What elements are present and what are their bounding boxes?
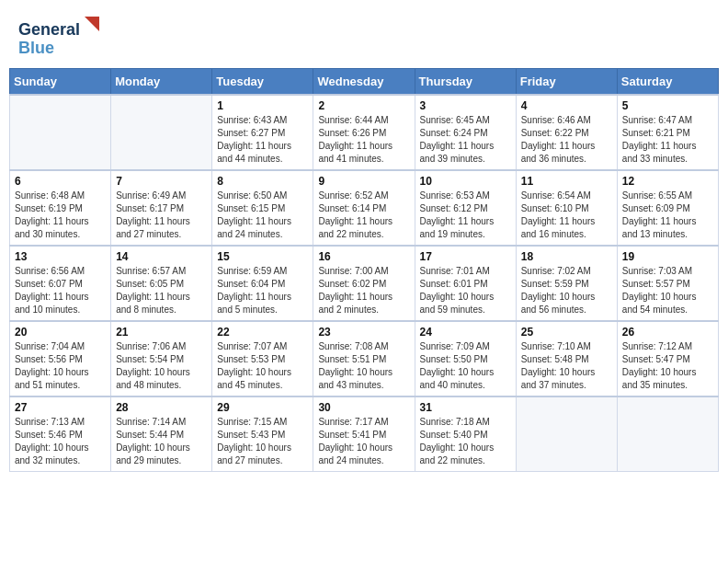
day-number: 17 bbox=[420, 250, 511, 263]
calendar-cell: 13Sunrise: 6:56 AM Sunset: 6:07 PM Dayli… bbox=[10, 246, 111, 321]
day-number: 8 bbox=[217, 175, 308, 188]
svg-text:General: General bbox=[18, 20, 80, 39]
day-detail: Sunrise: 7:14 AM Sunset: 5:44 PM Dayligh… bbox=[116, 416, 207, 467]
calendar-cell: 10Sunrise: 6:53 AM Sunset: 6:12 PM Dayli… bbox=[415, 170, 516, 246]
day-number: 20 bbox=[15, 326, 106, 339]
day-detail: Sunrise: 7:13 AM Sunset: 5:46 PM Dayligh… bbox=[15, 416, 106, 467]
day-detail: Sunrise: 7:07 AM Sunset: 5:53 PM Dayligh… bbox=[217, 340, 308, 392]
page-header: General Blue bbox=[0, 0, 728, 68]
day-number: 26 bbox=[622, 326, 713, 339]
day-detail: Sunrise: 6:44 AM Sunset: 6:26 PM Dayligh… bbox=[318, 114, 409, 166]
weekday-header-friday: Friday bbox=[516, 69, 617, 96]
day-number: 3 bbox=[420, 99, 511, 112]
day-number: 28 bbox=[116, 401, 207, 414]
calendar-body: 1Sunrise: 6:43 AM Sunset: 6:27 PM Daylig… bbox=[10, 95, 719, 472]
weekday-header-wednesday: Wednesday bbox=[313, 69, 415, 96]
weekday-header-monday: Monday bbox=[111, 69, 212, 96]
day-number: 13 bbox=[15, 250, 106, 263]
calendar-cell: 2Sunrise: 6:44 AM Sunset: 6:26 PM Daylig… bbox=[313, 95, 415, 170]
day-detail: Sunrise: 6:47 AM Sunset: 6:21 PM Dayligh… bbox=[622, 114, 713, 166]
calendar-cell: 25Sunrise: 7:10 AM Sunset: 5:48 PM Dayli… bbox=[516, 321, 617, 396]
calendar-cell: 30Sunrise: 7:17 AM Sunset: 5:41 PM Dayli… bbox=[313, 396, 415, 472]
day-detail: Sunrise: 7:04 AM Sunset: 5:56 PM Dayligh… bbox=[15, 340, 106, 392]
calendar-cell: 12Sunrise: 6:55 AM Sunset: 6:09 PM Dayli… bbox=[617, 170, 718, 246]
logo: General Blue bbox=[18, 15, 101, 61]
calendar-table: SundayMondayTuesdayWednesdayThursdayFrid… bbox=[9, 68, 719, 472]
day-detail: Sunrise: 7:10 AM Sunset: 5:48 PM Dayligh… bbox=[521, 340, 612, 392]
calendar-cell: 29Sunrise: 7:15 AM Sunset: 5:43 PM Dayli… bbox=[212, 396, 313, 472]
day-detail: Sunrise: 6:43 AM Sunset: 6:27 PM Dayligh… bbox=[217, 114, 308, 166]
day-number: 19 bbox=[622, 250, 713, 263]
calendar-cell: 11Sunrise: 6:54 AM Sunset: 6:10 PM Dayli… bbox=[516, 170, 617, 246]
day-detail: Sunrise: 6:54 AM Sunset: 6:10 PM Dayligh… bbox=[521, 190, 612, 241]
day-number: 10 bbox=[420, 175, 511, 188]
day-detail: Sunrise: 6:45 AM Sunset: 6:24 PM Dayligh… bbox=[420, 114, 511, 166]
day-number: 25 bbox=[521, 326, 612, 339]
calendar-cell: 21Sunrise: 7:06 AM Sunset: 5:54 PM Dayli… bbox=[111, 321, 212, 396]
calendar-cell bbox=[516, 396, 617, 472]
day-number: 21 bbox=[116, 326, 207, 339]
calendar-cell: 24Sunrise: 7:09 AM Sunset: 5:50 PM Dayli… bbox=[415, 321, 516, 396]
calendar-cell: 18Sunrise: 7:02 AM Sunset: 5:59 PM Dayli… bbox=[516, 246, 617, 321]
day-detail: Sunrise: 7:18 AM Sunset: 5:40 PM Dayligh… bbox=[420, 416, 511, 467]
day-number: 24 bbox=[420, 326, 511, 339]
day-detail: Sunrise: 7:01 AM Sunset: 6:01 PM Dayligh… bbox=[420, 265, 511, 316]
day-number: 16 bbox=[318, 250, 409, 263]
day-number: 7 bbox=[116, 175, 207, 188]
day-number: 1 bbox=[217, 99, 308, 112]
day-number: 9 bbox=[318, 175, 409, 188]
day-detail: Sunrise: 7:09 AM Sunset: 5:50 PM Dayligh… bbox=[420, 340, 511, 392]
day-detail: Sunrise: 6:46 AM Sunset: 6:22 PM Dayligh… bbox=[521, 114, 612, 166]
calendar-cell: 20Sunrise: 7:04 AM Sunset: 5:56 PM Dayli… bbox=[10, 321, 111, 396]
calendar-cell: 28Sunrise: 7:14 AM Sunset: 5:44 PM Dayli… bbox=[111, 396, 212, 472]
day-number: 5 bbox=[622, 99, 713, 112]
day-detail: Sunrise: 6:50 AM Sunset: 6:15 PM Dayligh… bbox=[217, 190, 308, 241]
svg-text:Blue: Blue bbox=[18, 39, 54, 57]
day-detail: Sunrise: 6:57 AM Sunset: 6:05 PM Dayligh… bbox=[116, 265, 207, 316]
day-detail: Sunrise: 6:49 AM Sunset: 6:17 PM Dayligh… bbox=[116, 190, 207, 241]
day-number: 15 bbox=[217, 250, 308, 263]
calendar-cell: 17Sunrise: 7:01 AM Sunset: 6:01 PM Dayli… bbox=[415, 246, 516, 321]
week-row-2: 6Sunrise: 6:48 AM Sunset: 6:19 PM Daylig… bbox=[10, 170, 719, 246]
week-row-1: 1Sunrise: 6:43 AM Sunset: 6:27 PM Daylig… bbox=[10, 95, 719, 170]
calendar-cell: 27Sunrise: 7:13 AM Sunset: 5:46 PM Dayli… bbox=[10, 396, 111, 472]
day-detail: Sunrise: 7:03 AM Sunset: 5:57 PM Dayligh… bbox=[622, 265, 713, 316]
day-number: 14 bbox=[116, 250, 207, 263]
day-number: 29 bbox=[217, 401, 308, 414]
weekday-header-sunday: Sunday bbox=[10, 69, 111, 96]
day-detail: Sunrise: 6:52 AM Sunset: 6:14 PM Dayligh… bbox=[318, 190, 409, 241]
calendar-cell bbox=[10, 95, 111, 170]
calendar-cell: 26Sunrise: 7:12 AM Sunset: 5:47 PM Dayli… bbox=[617, 321, 718, 396]
calendar-cell: 31Sunrise: 7:18 AM Sunset: 5:40 PM Dayli… bbox=[415, 396, 516, 472]
day-detail: Sunrise: 7:17 AM Sunset: 5:41 PM Dayligh… bbox=[318, 416, 409, 467]
week-row-3: 13Sunrise: 6:56 AM Sunset: 6:07 PM Dayli… bbox=[10, 246, 719, 321]
calendar-cell: 8Sunrise: 6:50 AM Sunset: 6:15 PM Daylig… bbox=[212, 170, 313, 246]
day-detail: Sunrise: 7:12 AM Sunset: 5:47 PM Dayligh… bbox=[622, 340, 713, 392]
weekday-header-row: SundayMondayTuesdayWednesdayThursdayFrid… bbox=[10, 69, 719, 96]
svg-marker-1 bbox=[85, 17, 99, 31]
day-number: 31 bbox=[420, 401, 511, 414]
day-number: 22 bbox=[217, 326, 308, 339]
week-row-4: 20Sunrise: 7:04 AM Sunset: 5:56 PM Dayli… bbox=[10, 321, 719, 396]
calendar-cell: 15Sunrise: 6:59 AM Sunset: 6:04 PM Dayli… bbox=[212, 246, 313, 321]
calendar-cell: 5Sunrise: 6:47 AM Sunset: 6:21 PM Daylig… bbox=[617, 95, 718, 170]
day-number: 2 bbox=[318, 99, 409, 112]
calendar-cell: 1Sunrise: 6:43 AM Sunset: 6:27 PM Daylig… bbox=[212, 95, 313, 170]
calendar-cell: 6Sunrise: 6:48 AM Sunset: 6:19 PM Daylig… bbox=[10, 170, 111, 246]
day-detail: Sunrise: 7:06 AM Sunset: 5:54 PM Dayligh… bbox=[116, 340, 207, 392]
calendar-cell bbox=[617, 396, 718, 472]
day-detail: Sunrise: 7:00 AM Sunset: 6:02 PM Dayligh… bbox=[318, 265, 409, 316]
day-detail: Sunrise: 7:08 AM Sunset: 5:51 PM Dayligh… bbox=[318, 340, 409, 392]
day-number: 18 bbox=[521, 250, 612, 263]
day-number: 11 bbox=[521, 175, 612, 188]
weekday-header-tuesday: Tuesday bbox=[212, 69, 313, 96]
day-detail: Sunrise: 6:48 AM Sunset: 6:19 PM Dayligh… bbox=[15, 190, 106, 241]
calendar-cell: 4Sunrise: 6:46 AM Sunset: 6:22 PM Daylig… bbox=[516, 95, 617, 170]
calendar-header: SundayMondayTuesdayWednesdayThursdayFrid… bbox=[10, 69, 719, 96]
day-detail: Sunrise: 6:53 AM Sunset: 6:12 PM Dayligh… bbox=[420, 190, 511, 241]
day-number: 12 bbox=[622, 175, 713, 188]
calendar-cell: 23Sunrise: 7:08 AM Sunset: 5:51 PM Dayli… bbox=[313, 321, 415, 396]
day-number: 23 bbox=[318, 326, 409, 339]
logo-svg: General Blue bbox=[18, 15, 101, 57]
day-detail: Sunrise: 6:56 AM Sunset: 6:07 PM Dayligh… bbox=[15, 265, 106, 316]
